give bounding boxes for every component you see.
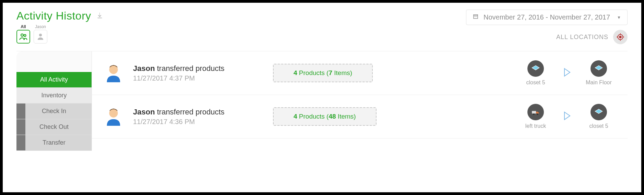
svg-point-12 [537, 113, 538, 115]
to-location[interactable]: Main Floor [582, 60, 616, 86]
user-icon [36, 32, 45, 41]
sidebar-item-check-out[interactable]: Check Out [16, 119, 92, 135]
products-badge[interactable]: 4 Products (7 Items) [273, 64, 373, 82]
download-icon [96, 12, 104, 19]
svg-point-1 [24, 35, 26, 37]
sidebar-item-all-activity[interactable]: All Activity [16, 72, 92, 88]
activity-timestamp: 11/27/2017 4:36 PM [133, 118, 263, 126]
layer-icon [594, 108, 603, 117]
arrow-right-icon [563, 67, 571, 77]
download-button[interactable] [96, 12, 104, 21]
products-badge[interactable]: 4 Products (48 Items) [273, 107, 377, 126]
date-range-picker[interactable]: November 27, 2016 - November 27, 2017 ▼ [466, 10, 628, 25]
activity-row: Jason transferred products 11/27/2017 4:… [92, 95, 628, 138]
locations-label: ALL LOCATIONS [556, 34, 608, 41]
svg-rect-5 [476, 16, 477, 17]
svg-rect-3 [474, 16, 475, 17]
activity-description: Jason transferred products [133, 108, 263, 117]
page-title: Activity History [16, 10, 91, 22]
avatar [104, 63, 123, 83]
svg-point-0 [21, 34, 23, 36]
truck-icon [531, 108, 540, 117]
user-filter-all[interactable]: All [16, 24, 30, 44]
users-icon [19, 32, 28, 41]
from-location[interactable]: closet 5 [518, 60, 553, 86]
to-location[interactable]: closet 5 [582, 104, 616, 129]
user-filter-jason-label: Jason [35, 24, 46, 29]
activity-timestamp: 11/27/2017 4:37 PM [133, 74, 263, 82]
transfer-route: closet 5 Main Floor [518, 60, 616, 86]
avatar [104, 107, 123, 126]
svg-rect-4 [475, 16, 476, 17]
layer-icon [531, 64, 540, 73]
svg-point-11 [533, 113, 534, 115]
sidebar-item-inventory[interactable]: Inventory [16, 88, 92, 103]
target-icon [616, 33, 625, 41]
from-location[interactable]: left truck [518, 104, 553, 129]
layer-icon [594, 64, 603, 73]
calendar-icon [473, 13, 479, 20]
activity-row: Jason transferred products 11/27/2017 4:… [92, 51, 628, 95]
activity-description: Jason transferred products [133, 64, 263, 73]
transfer-route: left truck closet 5 [518, 104, 616, 129]
svg-point-2 [39, 34, 42, 36]
sidebar-item-check-in[interactable]: Check In [16, 103, 92, 119]
svg-rect-10 [532, 111, 536, 114]
date-range-text: November 27, 2016 - November 27, 2017 [484, 13, 610, 21]
locations-button[interactable] [613, 30, 628, 44]
arrow-right-icon [563, 111, 571, 121]
sidebar-item-transfer[interactable]: Transfer [16, 135, 92, 151]
activity-list: Jason transferred products 11/27/2017 4:… [92, 51, 628, 151]
sidebar: All Activity Inventory Check In Check Ou… [16, 51, 92, 151]
svg-point-7 [619, 36, 621, 38]
user-filter-all-label: All [21, 24, 26, 29]
user-filter-jason[interactable]: Jason [34, 24, 47, 44]
caret-down-icon: ▼ [617, 15, 621, 20]
